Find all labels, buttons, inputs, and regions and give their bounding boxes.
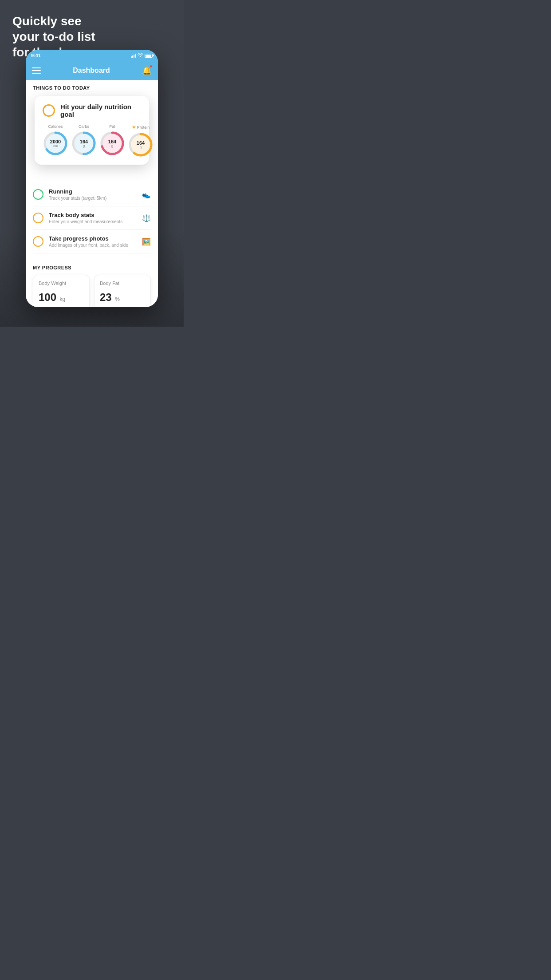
progress-value-row: 23 % — [100, 291, 145, 304]
progress-header: MY PROGRESS — [33, 265, 151, 270]
progress-section: MY PROGRESS Body Weight 100 kg — [26, 258, 158, 307]
nutrition-items: Calories 2000 cal Carbs 164 g — [43, 124, 141, 158]
hero-line1: Quickly see — [12, 13, 95, 29]
hamburger-menu[interactable] — [32, 67, 41, 74]
donut-text: 2000 cal — [50, 139, 61, 148]
nav-title: Dashboard — [73, 67, 110, 75]
todo-item[interactable]: Track body stats Enter your weight and m… — [33, 206, 151, 230]
progress-card[interactable]: Body Weight 100 kg — [33, 275, 90, 307]
nav-bar: Dashboard 🔔 — [26, 61, 158, 80]
phone-content: THINGS TO DO TODAY Hit your daily nutrit… — [26, 80, 158, 307]
todo-item[interactable]: Running Track your stats (target: 5km) 👟 — [33, 183, 151, 206]
progress-value: 100 — [39, 291, 56, 303]
progress-unit: kg — [60, 296, 66, 302]
donut-container: 164 g — [99, 130, 125, 156]
nutrition-card: Hit your daily nutrition goal Calories 2… — [35, 96, 149, 165]
nutrition-card-title: Hit your daily nutrition goal — [60, 103, 141, 118]
donut-unit: g — [80, 144, 88, 148]
notification-dot — [150, 65, 153, 68]
wifi-icon — [138, 53, 143, 58]
battery-icon — [145, 54, 153, 58]
todo-subtitle: Enter your weight and measurements — [49, 219, 137, 224]
progress-card[interactable]: Body Fat 23 % — [94, 275, 151, 307]
todo-title: Track body stats — [49, 212, 137, 218]
page-wrapper: Quickly see your to-do list for the day.… — [0, 0, 184, 327]
nutrition-item-protein: ★Protein 164 g — [128, 124, 153, 158]
status-bar: 9:41 — [26, 50, 158, 61]
todo-info: Running Track your stats (target: 5km) — [49, 188, 137, 201]
progress-value-row: 100 kg — [39, 291, 84, 304]
status-time: 9:41 — [31, 53, 41, 58]
nutrition-label: Protein — [137, 125, 150, 130]
donut-text: 164 g — [80, 139, 88, 148]
todo-circle — [33, 236, 43, 247]
todo-action-icon: 🖼️ — [142, 237, 151, 246]
nutrition-card-header: Hit your daily nutrition goal — [43, 103, 141, 118]
donut-container: 164 g — [128, 132, 153, 158]
donut-unit: g — [137, 146, 145, 150]
donut-container: 164 g — [71, 130, 97, 156]
nutrition-label: Calories — [48, 124, 63, 129]
nutrition-item-fat: Fat 164 g — [99, 124, 125, 158]
things-todo-header: THINGS TO DO TODAY — [26, 80, 158, 94]
todo-circle — [33, 213, 43, 223]
todo-circle — [33, 189, 43, 200]
nutrition-item-carbs: Carbs 164 g — [71, 124, 97, 158]
progress-cards: Body Weight 100 kg Body Fat 23 % — [33, 275, 151, 307]
nutrition-label: Carbs — [79, 124, 89, 129]
donut-container: 2000 cal — [43, 130, 68, 156]
todo-subtitle: Add images of your front, back, and side — [49, 243, 137, 248]
donut-text: 164 g — [137, 140, 145, 150]
nutrition-item-calories: Calories 2000 cal — [43, 124, 68, 158]
status-icons — [131, 53, 153, 58]
todo-subtitle: Track your stats (target: 5km) — [49, 196, 137, 201]
nutrition-label-row: ★Protein — [132, 124, 150, 130]
todo-item[interactable]: Take progress photos Add images of your … — [33, 230, 151, 253]
phone-frame: 9:41 — [26, 50, 158, 307]
todo-action-icon: ⚖️ — [142, 214, 151, 222]
hero-line2: your to-do list — [12, 29, 95, 44]
donut-unit: g — [108, 144, 116, 148]
todo-info: Track body stats Enter your weight and m… — [49, 212, 137, 224]
todo-info: Take progress photos Add images of your … — [49, 235, 137, 248]
todo-title: Running — [49, 188, 137, 195]
progress-value: 23 — [100, 291, 112, 303]
signal-icon — [131, 53, 136, 58]
donut-text: 164 g — [108, 139, 116, 148]
nutrition-check-circle — [43, 104, 55, 117]
progress-unit: % — [115, 296, 120, 302]
donut-unit: cal — [50, 144, 61, 148]
bell-icon[interactable]: 🔔 — [142, 66, 152, 75]
todo-title: Take progress photos — [49, 235, 137, 242]
star-icon: ★ — [132, 124, 136, 130]
nutrition-label: Fat — [109, 124, 115, 129]
progress-card-title: Body Weight — [39, 281, 84, 286]
todo-action-icon: 👟 — [142, 190, 151, 199]
todo-list: Running Track your stats (target: 5km) 👟… — [26, 183, 158, 253]
progress-card-title: Body Fat — [100, 281, 145, 286]
